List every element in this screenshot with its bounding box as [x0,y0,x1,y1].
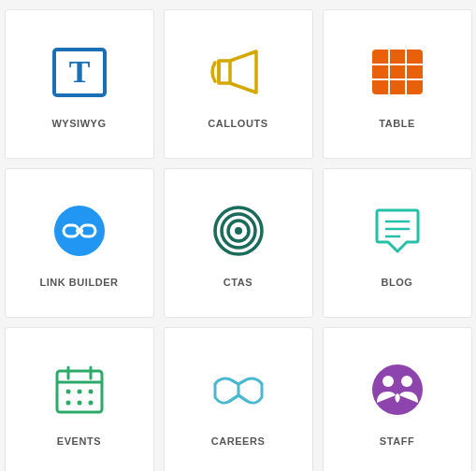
wysiwyg-label: WYSIWYG [51,118,106,129]
svg-point-28 [77,401,81,406]
careers-icon [206,357,271,422]
card-events[interactable]: EVENTS [5,327,154,471]
svg-point-27 [65,401,70,406]
staff-label: STAFF [380,435,414,447]
svg-point-29 [88,401,93,406]
table-label: TABLE [379,118,415,129]
ctas-label: CTAS [224,277,252,288]
blog-icon [365,198,430,264]
callouts-label: CALLOUTS [208,118,267,129]
staff-icon [365,357,430,422]
svg-point-25 [77,390,81,394]
card-wysiwyg[interactable]: T WYSIWYG [5,9,154,159]
svg-rect-4 [372,50,423,94]
card-table[interactable]: TABLE [323,9,472,159]
card-callouts[interactable]: CALLOUTS [164,9,313,159]
svg-marker-2 [219,61,230,83]
card-ctas[interactable]: CTAS [164,168,313,318]
svg-point-24 [65,390,70,394]
card-link-builder[interactable]: LINK BUILDER [5,168,154,318]
svg-point-32 [382,376,394,387]
card-staff[interactable]: STAFF [323,327,472,471]
module-grid: T WYSIWYG CALLOUTS [0,0,476,471]
link-builder-label: LINK BUILDER [39,277,118,288]
events-icon [47,357,112,422]
events-label: EVENTS [57,435,101,447]
blog-label: BLOG [382,277,413,288]
callouts-icon [206,39,271,105]
svg-point-16 [235,227,242,235]
wysiwyg-icon: T [47,39,112,105]
link-builder-icon [47,198,112,264]
ctas-icon [206,198,271,264]
svg-text:T: T [68,54,90,89]
svg-point-31 [372,364,423,415]
svg-point-26 [88,390,93,394]
table-icon [365,39,430,105]
svg-point-33 [401,376,412,387]
card-careers[interactable]: CAREERS [164,327,313,471]
careers-label: CAREERS [211,435,266,447]
card-blog[interactable]: BLOG [323,168,472,318]
